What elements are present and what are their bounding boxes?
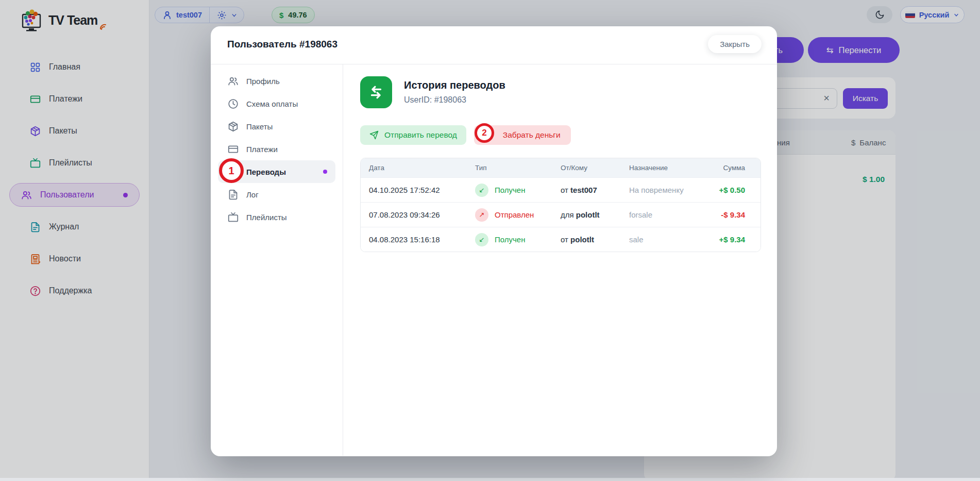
- modal-nav-label: Схема оплаты: [246, 99, 298, 108]
- table-row[interactable]: 04.10.2025 17:52:42 ↙ Получен от test007…: [361, 177, 761, 202]
- profile-icon: [228, 76, 239, 87]
- cell-purpose: На повременку: [629, 186, 694, 194]
- cell-party: от polotlt: [561, 235, 629, 244]
- cell-party: для polotlt: [561, 210, 629, 219]
- sent-arrow-icon: ↗: [475, 208, 488, 222]
- table-row[interactable]: 07.08.2023 09:34:26 ↗ Отправлен для polo…: [361, 202, 761, 227]
- content-subtitle: UserID: #198063: [404, 95, 505, 105]
- user-modal: Пользователь #198063 Закрыть Профиль Схе…: [211, 26, 777, 456]
- modal-nav-label: Пакеты: [246, 122, 273, 131]
- tv-icon: [228, 212, 239, 223]
- close-button-label: Закрыть: [720, 40, 750, 48]
- cell-type: Получен: [495, 235, 526, 244]
- cell-date: 04.10.2025 17:52:42: [361, 186, 475, 194]
- annotation-step-1: 1: [219, 158, 244, 183]
- cell-amount: +$ 9.34: [694, 235, 753, 244]
- modal-nav-playlists[interactable]: Плейлисты: [211, 206, 343, 228]
- clock-icon: [228, 98, 239, 109]
- cell-amount: +$ 0.50: [694, 186, 753, 194]
- close-button[interactable]: Закрыть: [708, 35, 762, 53]
- modal-nav-label: Платежи: [246, 145, 278, 154]
- cell-date: 07.08.2023 09:34:26: [361, 210, 475, 219]
- column-type: Тип: [475, 164, 561, 172]
- package-icon: [228, 121, 239, 132]
- transfers-table-header: Дата Тип От/Кому Назначение Сумма: [361, 158, 761, 177]
- cell-amount: -$ 9.34: [694, 210, 753, 219]
- table-row[interactable]: 04.08.2023 15:16:18 ↙ Получен от polotlt…: [361, 227, 761, 252]
- modal-nav-packages[interactable]: Пакеты: [211, 115, 343, 138]
- cell-party: от test007: [561, 186, 629, 194]
- content-title: История переводов: [404, 79, 505, 91]
- transfers-table: Дата Тип От/Кому Назначение Сумма 04.10.…: [360, 158, 761, 252]
- cell-purpose: forsale: [629, 210, 694, 219]
- modal-nav-payment-scheme[interactable]: Схема оплаты: [211, 92, 343, 115]
- modal-nav-payments[interactable]: Платежи: [211, 138, 343, 160]
- cell-type: Отправлен: [495, 210, 534, 219]
- annotation-step-2: 2: [475, 123, 494, 143]
- withdraw-money-label: Забрать деньги: [503, 130, 561, 140]
- send-icon: [369, 130, 379, 140]
- modal-content: История переводов UserID: #198063 Отправ…: [343, 64, 777, 456]
- cell-type: Получен: [495, 186, 526, 194]
- log-icon: [228, 189, 239, 200]
- received-arrow-icon: ↙: [475, 233, 488, 246]
- column-party: От/Кому: [561, 164, 629, 172]
- send-transfer-label: Отправить перевод: [384, 130, 457, 140]
- transfer-arrows-icon: [360, 76, 392, 108]
- modal-nav: Профиль Схема оплаты Пакеты Платежи Пере…: [211, 64, 343, 456]
- cell-date: 04.08.2023 15:16:18: [361, 235, 475, 244]
- modal-nav-label: Лог: [246, 190, 259, 199]
- card-icon: [228, 144, 239, 155]
- active-dot: [323, 170, 327, 174]
- page-bottom-edge: [0, 478, 980, 481]
- modal-nav-label: Переводы: [246, 168, 286, 176]
- modal-nav-profile[interactable]: Профиль: [211, 70, 343, 92]
- modal-nav-label: Профиль: [246, 77, 280, 86]
- column-purpose: Назначение: [629, 164, 694, 172]
- column-date: Дата: [361, 164, 475, 172]
- modal-nav-log[interactable]: Лог: [211, 183, 343, 206]
- modal-header: Пользователь #198063 Закрыть: [211, 26, 777, 64]
- modal-nav-label: Плейлисты: [246, 213, 287, 222]
- received-arrow-icon: ↙: [475, 184, 488, 197]
- cell-purpose: sale: [629, 235, 694, 244]
- modal-title: Пользователь #198063: [227, 39, 337, 50]
- column-amount: Сумма: [694, 164, 753, 172]
- send-transfer-button[interactable]: Отправить перевод: [360, 125, 466, 145]
